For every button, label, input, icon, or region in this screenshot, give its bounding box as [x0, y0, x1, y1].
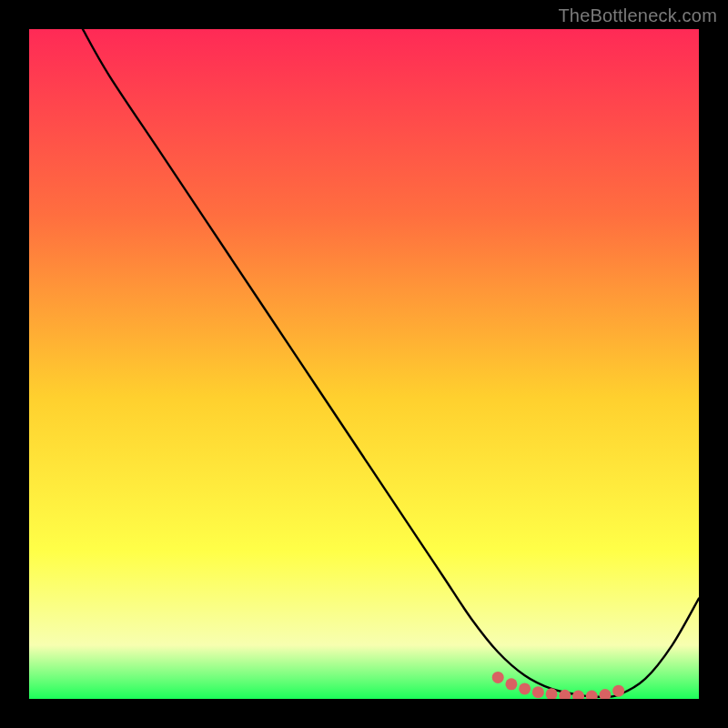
watermark-text: TheBottleneck.com — [558, 5, 717, 26]
optimal-zone-marker — [519, 682, 531, 694]
gradient-background — [29, 29, 699, 699]
bottleneck-chart — [29, 29, 699, 699]
chart-canvas: TheBottleneck.com — [0, 0, 728, 728]
optimal-zone-marker — [532, 686, 544, 698]
optimal-zone-marker — [492, 672, 504, 683]
optimal-zone-marker — [505, 678, 517, 690]
optimal-zone-marker — [612, 685, 624, 697]
